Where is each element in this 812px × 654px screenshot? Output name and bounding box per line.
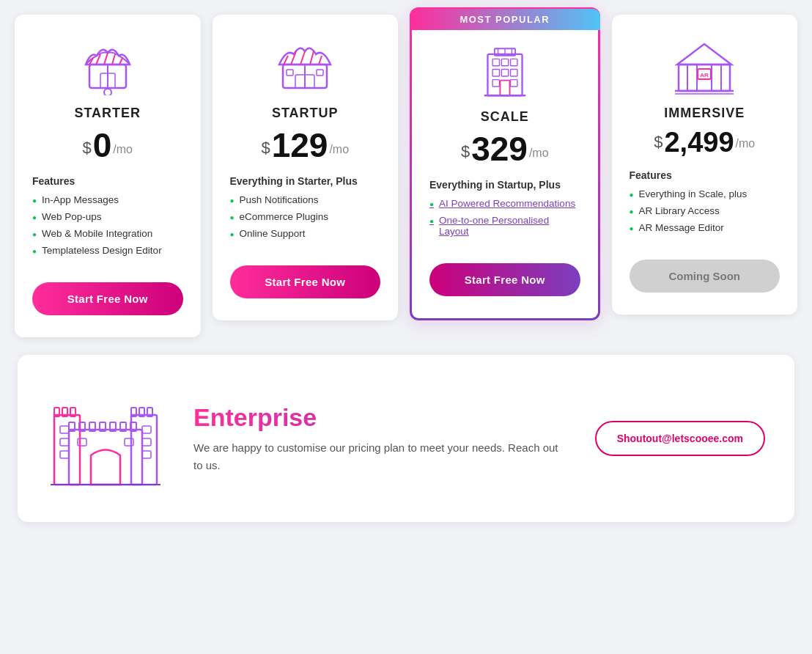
svg-rect-23 (501, 59, 508, 65)
svg-rect-20 (317, 70, 323, 76)
starter-price-row: $ 0 /mo (82, 128, 133, 162)
list-item: Web & Mobile Integration (32, 228, 162, 239)
popular-badge: MOST POPULAR (410, 9, 600, 30)
svg-rect-25 (492, 70, 499, 76)
list-item: One-to-one Personalised Layout (429, 215, 580, 237)
svg-rect-30 (500, 81, 509, 96)
immersive-name: IMMERSIVE (664, 106, 745, 121)
svg-line-6 (119, 58, 122, 65)
enterprise-contact-button[interactable]: Shoutout@letscooee.com (595, 421, 765, 456)
starter-cta-button[interactable]: Start Free Now (32, 282, 183, 315)
svg-rect-65 (142, 438, 151, 446)
starter-price: 0 (93, 128, 112, 162)
starter-icon (75, 37, 141, 95)
svg-line-15 (310, 51, 314, 65)
startup-dollar: $ (261, 139, 270, 158)
svg-rect-27 (510, 70, 517, 76)
immersive-dollar: $ (654, 133, 662, 152)
svg-line-16 (319, 56, 322, 65)
scale-card: MOST POPULAR (410, 7, 600, 320)
starter-features-list: In-App Messages Web Pop-ups Web & Mobile… (32, 194, 162, 262)
svg-rect-61 (60, 426, 69, 433)
scale-name: SCALE (481, 109, 529, 125)
startup-features-list: Push Notifications eCommerce Plugins Onl… (230, 194, 329, 245)
starter-mo: /mo (113, 143, 133, 156)
startup-price: 129 (272, 128, 328, 162)
scale-features-list: AI Powered Recommendations One-to-one Pe… (429, 198, 580, 243)
list-item: Templateless Design Editor (32, 245, 162, 256)
scale-price: 329 (471, 132, 528, 166)
svg-rect-26 (501, 70, 508, 76)
svg-line-4 (104, 53, 108, 65)
starter-card: STARTER $ 0 /mo Features In-App Messages… (15, 15, 201, 337)
enterprise-contact-section: Shoutout@letscooee.com (595, 421, 765, 456)
immersive-price-row: $ 2,499 /mo (654, 128, 755, 156)
list-item: Everything in Scale, plus (630, 188, 748, 199)
svg-point-7 (104, 89, 111, 95)
startup-card: STARTUP $ 129 /mo Everything in Starter,… (213, 15, 399, 320)
list-item: AI Powered Recommendations (429, 198, 580, 209)
startup-icon (272, 37, 338, 95)
pricing-cards: STARTER $ 0 /mo Features In-App Messages… (15, 15, 797, 337)
startup-name: STARTUP (272, 106, 339, 121)
svg-line-14 (300, 51, 305, 65)
startup-features-label: Everything in Starter, Plus (230, 175, 358, 187)
svg-rect-66 (142, 451, 151, 458)
starter-dollar: $ (82, 139, 91, 158)
svg-text:AR: AR (700, 72, 709, 78)
scale-features-label: Everything in Startup, Plus (429, 179, 561, 191)
scale-icon (472, 40, 538, 99)
svg-rect-28 (492, 80, 499, 87)
enterprise-icon (47, 378, 164, 499)
starter-features-label: Features (32, 175, 75, 187)
immersive-features-label: Features (630, 169, 672, 181)
enterprise-section: Enterprise We are happy to customise our… (18, 355, 794, 522)
svg-rect-19 (287, 70, 293, 76)
svg-line-5 (112, 54, 115, 65)
immersive-price: 2,499 (664, 128, 734, 156)
scale-price-row: $ 329 /mo (461, 132, 549, 166)
list-item: AR Message Editor (630, 222, 748, 233)
scale-dollar: $ (461, 142, 470, 161)
immersive-mo: /mo (736, 137, 756, 150)
svg-rect-64 (142, 426, 151, 433)
startup-cta-button[interactable]: Start Free Now (230, 265, 381, 298)
svg-rect-63 (60, 451, 69, 458)
svg-rect-29 (510, 80, 517, 87)
immersive-features-list: Everything in Scale, plus AR Library Acc… (630, 188, 748, 239)
immersive-icon: AR (671, 37, 737, 95)
list-item: Online Support (230, 228, 329, 239)
startup-price-row: $ 129 /mo (261, 128, 349, 162)
startup-mo: /mo (329, 143, 349, 156)
svg-rect-62 (60, 438, 69, 446)
list-item: Web Pop-ups (32, 211, 162, 222)
enterprise-description: We are happy to customise our pricing pl… (193, 439, 566, 474)
scale-cta-button[interactable]: Start Free Now (429, 263, 580, 296)
enterprise-title: Enterprise (193, 403, 566, 432)
scale-mo: /mo (529, 147, 549, 160)
list-item: Push Notifications (230, 194, 329, 205)
starter-name: STARTER (74, 106, 141, 121)
immersive-card: AR IMMERSIVE $ 2,499 /mo Features Everyt… (612, 15, 798, 315)
list-item: In-App Messages (32, 194, 162, 205)
immersive-cta-button: Coming Soon (630, 260, 780, 293)
svg-rect-24 (510, 59, 517, 65)
enterprise-text-block: Enterprise We are happy to customise our… (193, 403, 566, 474)
svg-rect-22 (492, 59, 499, 65)
list-item: AR Library Access (630, 205, 748, 216)
list-item: eCommerce Plugins (230, 211, 329, 222)
